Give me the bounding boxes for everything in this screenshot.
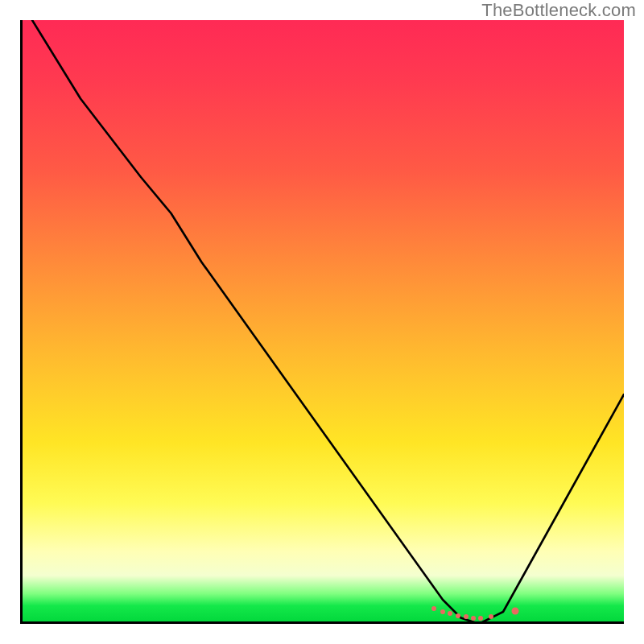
background-gradient xyxy=(20,20,624,624)
watermark-text: TheBottleneck.com xyxy=(481,0,636,21)
chart-container: TheBottleneck.com xyxy=(0,0,644,644)
plot-area xyxy=(20,20,624,624)
